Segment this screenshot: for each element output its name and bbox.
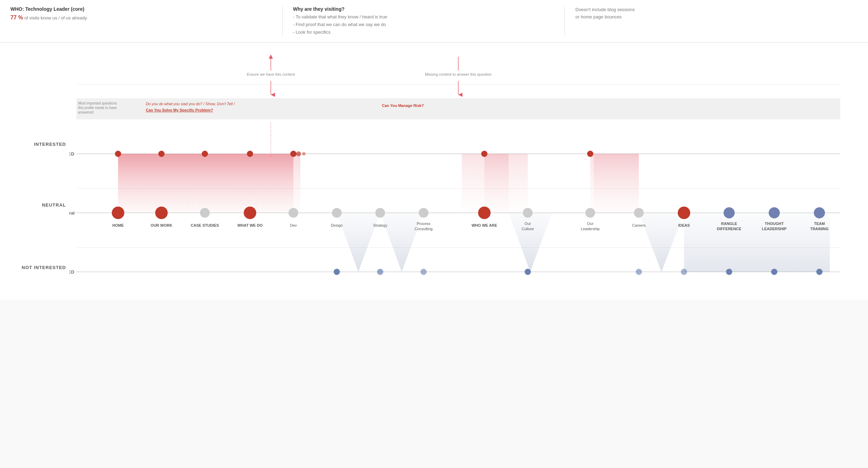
svg-text:Ensure we have this content: Ensure we have this content — [247, 72, 295, 76]
label-ideas: IDEAS — [678, 223, 690, 227]
node-our-culture-not-interested — [525, 269, 531, 275]
y-label-not-interested: NOT INTERESTED — [0, 265, 66, 270]
svg-text:this profile needs to have: this profile needs to have — [78, 106, 117, 110]
node-rangle-difference — [724, 207, 735, 218]
svg-marker-30 — [118, 154, 300, 213]
node-dev-interested — [290, 151, 297, 157]
node-dev — [289, 208, 298, 218]
node-ideas-not-interested — [681, 269, 687, 275]
label-careers: Careers — [632, 223, 646, 227]
node-home — [112, 207, 124, 219]
label-our-work: OUR WORK — [151, 223, 172, 227]
node-process-consulting-not-interested — [420, 269, 427, 275]
node-dev-interested3 — [302, 152, 306, 156]
svg-marker-28 — [639, 213, 684, 272]
top-bar: WHO: Technology Leader (core) 77 % of vi… — [0, 0, 868, 43]
node-thought-leadership-not-interested — [771, 269, 777, 275]
label-process-consulting-1: Process — [417, 222, 431, 226]
label-thought-2: LEADERSHIP — [762, 227, 787, 231]
who-text: 77 % of visits know us / of us already. — [10, 13, 272, 22]
node-our-leadership-interested — [587, 151, 593, 157]
node-rangle-difference-not-interested — [726, 269, 732, 275]
label-rangle-1: RANGLE — [721, 222, 737, 226]
who-suffix: of visits know us / of us already. — [24, 15, 88, 20]
node-thought-leadership — [769, 207, 780, 218]
svg-text:Do you do what you siad you do: Do you do what you siad you do? / Show, … — [146, 102, 235, 106]
label-our-leadership-1: Our — [587, 222, 594, 226]
main-chart: Ensure we have this content Missing cont… — [69, 50, 847, 300]
svg-marker-31 — [484, 154, 528, 213]
node-our-leadership — [585, 208, 595, 218]
node-process-consulting-neutral — [419, 208, 428, 218]
label-team-1: TEAM — [814, 222, 825, 226]
label-what-we-do: WHAT WE DO — [237, 223, 263, 227]
svg-marker-23 — [337, 213, 380, 272]
svg-text:Most important questions: Most important questions — [78, 101, 117, 105]
top-section-who: WHO: Technology Leader (core) 77 % of vi… — [10, 6, 283, 36]
label-team-2: TRAINING — [810, 227, 828, 231]
why-title: Why are they visiting? — [293, 6, 554, 12]
node-ideas — [678, 207, 690, 219]
node-what-we-do-interested — [247, 151, 253, 157]
y-label-neutral: Neutral — [0, 202, 66, 208]
svg-marker-29 — [684, 213, 830, 272]
svg-text:answered:: answered: — [78, 110, 94, 114]
label-rangle-2: DIFFERENCE — [717, 227, 741, 231]
label-our-culture-2: Culture — [521, 227, 534, 231]
node-what-we-do — [244, 207, 256, 219]
label-strategy: Strategy — [373, 223, 387, 227]
node-our-work-interested — [158, 151, 165, 157]
label-thought-1: THOUGHT — [765, 222, 784, 226]
label-home: HOME — [112, 223, 124, 227]
top-section-note: Doesn't include blog sessions or home pa… — [575, 6, 847, 36]
chart-container: INTERESTED Neutral NOT INTERESTED — [0, 43, 868, 300]
node-strategy-neutral — [375, 208, 385, 218]
svg-marker-32 — [590, 154, 639, 213]
node-who-we-are-interested — [481, 151, 487, 157]
label-process-consulting-2: Consulting — [415, 227, 433, 231]
node-team-training-not-interested — [816, 269, 823, 275]
node-our-work — [155, 207, 168, 219]
node-case-studies-interested — [202, 151, 208, 157]
node-our-culture — [523, 208, 533, 218]
node-design-not-interested — [334, 269, 340, 275]
svg-text:Can You Manage Risk?: Can You Manage Risk? — [382, 103, 424, 108]
label-our-culture-1: Our — [525, 222, 531, 226]
y-label-interested-svg: INTERESTED — [69, 151, 75, 157]
y-label-interested: INTERESTED — [0, 142, 66, 147]
note-text: Doesn't include blog sessions or home pa… — [575, 6, 837, 21]
top-section-why: Why are they visiting? - To validate tha… — [293, 6, 565, 36]
label-design: Design — [331, 223, 343, 227]
node-team-training — [814, 207, 825, 218]
svg-text:Missing content to answer this: Missing content to answer this question — [425, 72, 492, 76]
node-strategy-not-interested — [377, 269, 383, 275]
node-who-we-are — [478, 207, 491, 219]
percent-highlight: 77 % — [10, 15, 23, 20]
y-label-neutral-svg: Neutral — [69, 210, 75, 216]
label-who-we-are: WHO WE ARE — [471, 223, 497, 227]
y-label-not-interested-svg: NOT INTERESTED — [69, 269, 75, 275]
node-design-neutral — [332, 208, 342, 218]
node-careers-not-interested — [636, 269, 642, 275]
node-home-interested — [115, 151, 121, 157]
node-case-studies — [200, 208, 210, 218]
who-title: WHO: Technology Leader (core) — [10, 6, 272, 12]
svg-text:Can You Solve My Specific Prob: Can You Solve My Specific Problem? — [146, 108, 213, 112]
node-dev-interested2 — [296, 151, 301, 156]
label-our-leadership-2: Leadership — [581, 227, 600, 231]
label-case-studies: CASE STUDIES — [191, 223, 219, 227]
label-dev: Dev — [290, 223, 297, 227]
node-careers — [634, 208, 644, 218]
why-items: - To validate that what they know / hear… — [293, 13, 554, 36]
